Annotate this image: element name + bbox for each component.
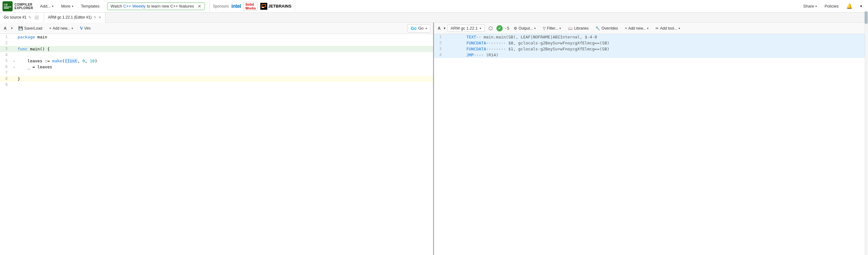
share-button[interactable]: Share ▾ — [800, 2, 820, 10]
compiler-font-size-caret[interactable]: ▾ — [444, 27, 445, 30]
code-line-2: 2 — [0, 40, 433, 46]
asm-line-4: 4 JMP···· (R14) — [434, 52, 868, 58]
nav-right: Share ▾ Policies 🔔 ▾ — [800, 2, 866, 10]
lang-caret-icon: ▾ — [426, 27, 427, 30]
promo-link[interactable]: C++ Weekly — [123, 4, 146, 8]
compiler-pane: A ▾ ARM gc 1.22.1 ▾ ⬡ ✓ -S ⚙ Output... ▾ — [434, 23, 868, 255]
gear-icon: ⚙ — [514, 26, 517, 31]
compiler-flags-input[interactable]: -S — [505, 26, 509, 31]
more-button[interactable]: More ▾ — [58, 2, 76, 10]
add-tool-pencil-icon: ✏ — [656, 26, 659, 31]
compiler-plus-icon: + — [625, 26, 627, 31]
editor-tab-label: Go source #1 — [4, 15, 27, 20]
filter-icon: ▽ — [543, 26, 546, 31]
open-external-button[interactable]: ⬡ — [487, 25, 495, 32]
code-line-8: 8 } — [0, 76, 433, 82]
add-new-button[interactable]: + Add new... ▾ — [46, 25, 75, 32]
compiler-selector[interactable]: ARM gc 1.22.1 ▾ — [447, 25, 485, 32]
add-tool-button[interactable]: ✏ Add tool... ▾ — [653, 25, 682, 32]
go-lang-icon: Go — [411, 26, 416, 31]
top-nav: CE COMPILER EXPLORER Add... ▾ More ▾ Tem… — [0, 0, 868, 12]
share-caret-icon: ▾ — [815, 5, 817, 8]
asm-line-3: 3 FUNCDATA········ $1, gclocals·g2BeySu+… — [434, 46, 868, 52]
editor-font-size-label: A — [2, 26, 8, 31]
filter-caret-icon: ▾ — [559, 27, 561, 30]
book-icon: 📖 — [568, 26, 573, 31]
save-load-button[interactable]: 💾 Save/Load — [16, 25, 45, 32]
editor-font-size-button[interactable]: ▾ — [10, 26, 14, 31]
plus-icon: + — [49, 26, 51, 31]
jetbrains-sponsor: JETBRAINS — [260, 3, 291, 10]
vim-button[interactable]: 𝕍 Vim — [78, 25, 93, 32]
code-editor[interactable]: 1 package main 2 3 func main() { — [0, 34, 433, 255]
code-line-7: 7 — [0, 70, 433, 76]
filter-button[interactable]: ▽ Filter... ▾ — [540, 25, 563, 32]
output-caret-icon: ▾ — [534, 27, 536, 30]
svg-rect-0 — [2, 1, 12, 11]
svg-text:Go: Go — [411, 26, 416, 31]
templates-button[interactable]: Templates — [78, 2, 103, 10]
asm-output[interactable]: 1 TEXT·· main.main(SB), LEAF|NOFRAME|ABI… — [434, 34, 868, 255]
compiler-tab-label: ARM gc 1.22.1 (Editor #1) — [48, 15, 92, 20]
asm-line-1: 1 TEXT·· main.main(SB), LEAF|NOFRAME|ABI… — [434, 34, 868, 40]
output-button[interactable]: ⚙ Output... ▾ — [511, 25, 538, 32]
wrench-icon: 🔧 — [595, 26, 600, 31]
overrides-button[interactable]: 🔧 Overrides — [593, 25, 620, 32]
add-caret-icon: ▾ — [52, 5, 54, 8]
code-line-5: 5 → leaves := make([]int, 0, 10) — [0, 58, 433, 64]
svg-rect-3 — [261, 7, 264, 8]
logo-area: CE COMPILER EXPLORER — [2, 1, 33, 11]
sponsors-area: Sponsors intel SolidWorks JETBRAINS — [209, 0, 295, 12]
add-tool-caret-icon: ▾ — [679, 27, 680, 30]
intel-sponsor: intel — [231, 3, 241, 9]
split-layout: A ▾ 💾 Save/Load + Add new... ▾ 𝕍 Vim — [0, 23, 868, 255]
vim-icon: 𝕍 — [80, 26, 83, 31]
jetbrains-logo-icon — [260, 3, 267, 10]
compiler-add-new-button[interactable]: + Add new... ▾ — [622, 25, 651, 32]
editor-tab-edit-icon[interactable]: ✎ — [28, 15, 31, 20]
notification-button[interactable]: 🔔 — [843, 2, 856, 10]
compiler-toolbar: A ▾ ARM gc 1.22.1 ▾ ⬡ ✓ -S ⚙ Output... ▾ — [434, 23, 868, 34]
code-line-6: 6 → _ = leaves — [0, 64, 433, 70]
tabs-bar: Go source #1 ✎ ⬜ ARM gc 1.22.1 (Editor #… — [0, 12, 868, 23]
add-button[interactable]: Add... ▾ — [37, 2, 57, 10]
add-new-caret-icon: ▾ — [71, 27, 73, 30]
logo-text: COMPILER EXPLORER — [14, 3, 33, 10]
compiler-tab[interactable]: ARM gc 1.22.1 (Editor #1) ✎ ✕ — [44, 12, 105, 23]
code-line-4: 4 — [0, 52, 433, 58]
promo-banner: Watch C++ Weekly to learn new C++ featur… — [107, 2, 205, 10]
policies-button[interactable]: Policies — [822, 2, 842, 10]
code-line-3: 3 func main() { — [0, 46, 433, 52]
code-line-9: 9 — [0, 82, 433, 88]
compiler-scrollbar-track[interactable] — [865, 24, 868, 255]
language-selector[interactable]: Go Go ▾ — [407, 24, 431, 32]
compiler-explorer-logo: CE — [2, 1, 12, 11]
editor-toolbar: A ▾ 💾 Save/Load + Add new... ▾ 𝕍 Vim — [0, 23, 433, 34]
compiler-tab-edit-icon[interactable]: ✎ — [94, 15, 96, 20]
editor-pane: A ▾ 💾 Save/Load + Add new... ▾ 𝕍 Vim — [0, 23, 434, 255]
editor-tab-maximize-button[interactable]: ⬜ — [33, 15, 40, 20]
go-lang-label: Go — [418, 26, 424, 31]
promo-text-after: to learn new C++ features — [147, 4, 194, 8]
sponsors-label: Sponsors — [213, 4, 229, 8]
libraries-button[interactable]: 📖 Libraries — [565, 25, 591, 32]
compiler-selector-caret: ▾ — [480, 27, 481, 30]
user-caret-icon: ▾ — [860, 4, 862, 8]
asm-line-2: 2 FUNCDATA········ $0, gclocals·g2BeySu+… — [434, 40, 868, 46]
svg-text:CE: CE — [4, 3, 8, 6]
compiler-tab-close-button[interactable]: ✕ — [98, 15, 101, 20]
promo-close-button[interactable]: ✕ — [195, 4, 202, 9]
promo-text-before: Watch — [111, 4, 122, 8]
compiler-add-caret-icon: ▾ — [647, 27, 649, 30]
compiler-name: ARM gc 1.22.1 — [451, 26, 478, 31]
compiler-font-size-label: A — [436, 26, 442, 31]
floppy-icon: 💾 — [18, 26, 23, 31]
editor-tab[interactable]: Go source #1 ✎ ⬜ — [0, 12, 44, 23]
user-menu-button[interactable]: ▾ — [857, 2, 866, 10]
svg-rect-2 — [260, 3, 267, 10]
panels-container: Go source #1 ✎ ⬜ ARM gc 1.22.1 (Editor #… — [0, 12, 868, 255]
more-caret-icon: ▾ — [72, 5, 73, 8]
solidworks-sponsor: SolidWorks — [243, 2, 257, 11]
compile-status-ok: ✓ — [496, 25, 503, 32]
code-line-1: 1 package main — [0, 34, 433, 40]
